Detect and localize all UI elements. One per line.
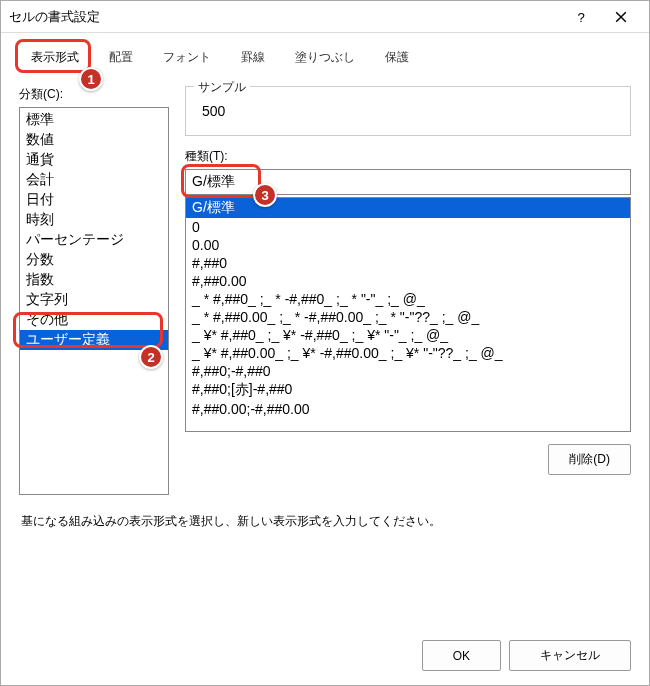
tab-fill[interactable]: 塗りつぶし <box>283 43 367 72</box>
cancel-button[interactable]: キャンセル <box>509 640 631 671</box>
annotation-badge-1: 1 <box>79 67 103 91</box>
category-list[interactable]: 標準数値通貨会計日付時刻パーセンテージ分数指数文字列その他ユーザー定義 <box>19 107 169 495</box>
type-list[interactable]: G/標準00.00#,##0#,##0.00_ * #,##0_ ;_ * -#… <box>185 197 631 432</box>
tab-alignment[interactable]: 配置 <box>97 43 145 72</box>
category-item[interactable]: 会計 <box>20 170 168 190</box>
tab-protection[interactable]: 保護 <box>373 43 421 72</box>
type-list-item[interactable]: #,##0;-#,##0 <box>186 362 630 380</box>
type-input[interactable] <box>185 169 631 195</box>
hint-text: 基になる組み込みの表示形式を選択し、新しい表示形式を入力してください。 <box>19 513 631 530</box>
category-item[interactable]: 通貨 <box>20 150 168 170</box>
type-list-item[interactable]: #,##0.00 <box>186 272 630 290</box>
help-button[interactable]: ? <box>561 5 601 29</box>
category-item[interactable]: 日付 <box>20 190 168 210</box>
dialog-footer: OK キャンセル <box>422 640 631 671</box>
svg-text:?: ? <box>577 11 584 23</box>
category-item[interactable]: 標準 <box>20 110 168 130</box>
type-list-item[interactable]: _ * #,##0_ ;_ * -#,##0_ ;_ * "-"_ ;_ @_ <box>186 290 630 308</box>
annotation-badge-3: 3 <box>253 183 277 207</box>
type-list-item[interactable]: 0 <box>186 218 630 236</box>
sample-label: サンプル <box>194 79 250 96</box>
tab-bar: 表示形式 配置 フォント 罫線 塗りつぶし 保護 1 <box>19 43 631 72</box>
type-list-item[interactable]: #,##0;[赤]-#,##0 <box>186 380 630 400</box>
type-list-item[interactable]: #,##0.00;-#,##0.00 <box>186 400 630 418</box>
category-item[interactable]: 数値 <box>20 130 168 150</box>
tab-number-format[interactable]: 表示形式 <box>19 43 91 72</box>
titlebar: セルの書式設定 ? <box>1 1 649 33</box>
type-list-item[interactable]: _ ¥* #,##0.00_ ;_ ¥* -#,##0.00_ ;_ ¥* "-… <box>186 344 630 362</box>
category-item[interactable]: 分数 <box>20 250 168 270</box>
delete-button[interactable]: 削除(D) <box>548 444 631 475</box>
type-list-item[interactable]: _ * #,##0.00_ ;_ * -#,##0.00_ ;_ * "-"??… <box>186 308 630 326</box>
close-button[interactable] <box>601 5 641 29</box>
tab-border[interactable]: 罫線 <box>229 43 277 72</box>
category-item[interactable]: 指数 <box>20 270 168 290</box>
category-item[interactable]: 時刻 <box>20 210 168 230</box>
sample-value: 500 <box>198 103 618 119</box>
category-item[interactable]: 文字列 <box>20 290 168 310</box>
window-title: セルの書式設定 <box>9 8 561 26</box>
type-list-item[interactable]: #,##0 <box>186 254 630 272</box>
type-list-item[interactable]: 0.00 <box>186 236 630 254</box>
type-list-item[interactable]: _ ¥* #,##0_ ;_ ¥* -#,##0_ ;_ ¥* "-"_ ;_ … <box>186 326 630 344</box>
category-item[interactable]: パーセンテージ <box>20 230 168 250</box>
category-item[interactable]: その他 <box>20 310 168 330</box>
tab-font[interactable]: フォント <box>151 43 223 72</box>
annotation-badge-2: 2 <box>139 345 163 369</box>
type-list-item[interactable]: G/標準 <box>186 198 630 218</box>
sample-box: サンプル 500 <box>185 86 631 136</box>
type-label: 種類(T): <box>185 148 631 165</box>
ok-button[interactable]: OK <box>422 640 501 671</box>
